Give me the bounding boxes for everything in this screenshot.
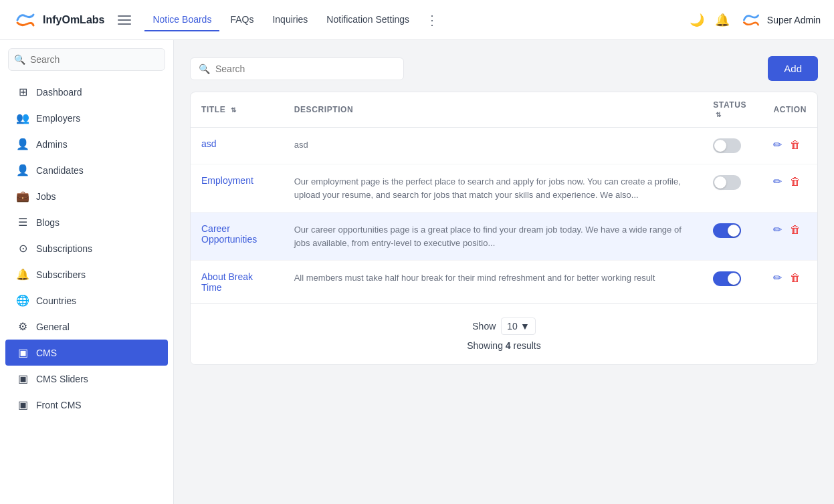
row-description: All members must take half hour break fo…	[294, 273, 655, 283]
countries-icon: 🌐	[16, 294, 29, 307]
delete-icon[interactable]: 🗑	[790, 139, 801, 151]
sidebar-item-subscribers[interactable]: 🔔 Subscribers	[5, 261, 168, 287]
sidebar-label-general: General	[36, 322, 70, 332]
col-title: TITLE ⇅	[191, 92, 284, 128]
topnav-right: 🌙 🔔 Super Admin	[690, 9, 821, 31]
sidebar-item-dashboard[interactable]: ⊞ Dashboard	[5, 79, 168, 105]
row-title-link[interactable]: About Break Time	[201, 271, 253, 293]
sidebar-item-employers[interactable]: 👥 Employers	[5, 105, 168, 131]
delete-icon[interactable]: 🗑	[790, 272, 801, 284]
sidebar-label-subscribers: Subscribers	[36, 269, 86, 280]
col-status: STATUS ⇅	[702, 92, 762, 128]
main-search-input[interactable]	[215, 64, 395, 74]
row-actions: ✏ 🗑	[773, 138, 807, 151]
row-actions: ✏ 🗑	[773, 175, 807, 188]
row-description: Our employment page is the perfect place…	[294, 176, 681, 200]
sidebar-item-blogs[interactable]: ☰ Blogs	[5, 209, 168, 235]
employers-icon: 👥	[16, 112, 29, 124]
user-avatar-icon	[740, 9, 762, 31]
cms-sliders-icon: ▣	[16, 372, 29, 385]
main-content: 🔍 Add TITLE ⇅ DESCRIPTION	[174, 40, 834, 504]
admins-icon: 👤	[16, 138, 29, 150]
sidebar-item-candidates[interactable]: 👤 Candidates	[5, 157, 168, 183]
general-icon: ⚙	[16, 320, 29, 333]
nav-notice-boards[interactable]: Notice Boards	[144, 9, 219, 31]
edit-icon[interactable]: ✏	[773, 175, 782, 188]
col-description: DESCRIPTION	[284, 92, 703, 128]
row-title-link[interactable]: asd	[201, 138, 217, 149]
per-page-select[interactable]: 10 ▼	[501, 318, 535, 335]
sidebar-item-jobs[interactable]: 💼 Jobs	[5, 183, 168, 209]
sidebar-label-cms-sliders: CMS Sliders	[36, 374, 88, 384]
brand-name: InfyOmLabs	[43, 14, 104, 26]
chevron-down-icon: ▼	[520, 321, 530, 332]
notice-boards-table: TITLE ⇅ DESCRIPTION STATUS ⇅ ACTION	[190, 92, 818, 365]
sidebar-item-subscriptions[interactable]: ⊙ Subscriptions	[5, 235, 168, 261]
sidebar-label-employers: Employers	[36, 113, 80, 124]
sidebar-search-container: 🔍	[8, 48, 165, 71]
sidebar-item-general[interactable]: ⚙ General	[5, 313, 168, 340]
sidebar-item-front-cms[interactable]: ▣ Front CMS	[5, 392, 168, 418]
subscriptions-icon: ⊙	[16, 242, 29, 255]
hamburger-menu[interactable]	[115, 13, 134, 27]
sidebar-label-cms: CMS	[36, 348, 57, 358]
table-row: asd asd ✏ 🗑	[191, 128, 817, 164]
show-label: Show	[472, 321, 496, 332]
candidates-icon: 👤	[16, 164, 29, 176]
col-action: ACTION	[762, 92, 817, 128]
row-title-link[interactable]: Career Opportunities	[201, 223, 257, 245]
row-status-toggle[interactable]	[713, 175, 741, 190]
row-status-toggle[interactable]	[713, 223, 741, 238]
row-status-toggle[interactable]	[713, 271, 741, 286]
delete-icon[interactable]: 🗑	[790, 176, 801, 188]
top-nav-menu: Notice Boards FAQs Inquiries Notificatio…	[144, 9, 444, 31]
sidebar-label-dashboard: Dashboard	[36, 87, 82, 98]
sidebar-label-countries: Countries	[36, 295, 76, 306]
table-row: Employment Our employment page is the pe…	[191, 164, 817, 213]
sidebar-item-countries[interactable]: 🌐 Countries	[5, 287, 168, 313]
nav-more-button[interactable]: ⋮	[420, 9, 444, 31]
user-info: Super Admin	[740, 9, 821, 31]
logo-icon	[13, 8, 37, 32]
row-description: asd	[294, 140, 308, 150]
sidebar-label-admins: Admins	[36, 139, 68, 150]
table-row: Career Opportunities Our career opportun…	[191, 213, 817, 261]
subscribers-icon: 🔔	[16, 268, 29, 281]
sidebar-label-front-cms: Front CMS	[36, 400, 82, 410]
dark-mode-toggle[interactable]: 🌙	[690, 13, 704, 27]
sidebar-search-input[interactable]	[8, 48, 165, 71]
notifications-bell[interactable]: 🔔	[715, 13, 730, 27]
add-button[interactable]: Add	[768, 56, 818, 81]
row-actions: ✏ 🗑	[773, 271, 807, 284]
blogs-icon: ☰	[16, 216, 29, 229]
cms-icon: ▣	[16, 346, 29, 359]
sidebar-item-cms-sliders[interactable]: ▣ CMS Sliders	[5, 366, 168, 392]
edit-icon[interactable]: ✏	[773, 138, 782, 151]
row-title-link[interactable]: Employment	[201, 175, 253, 186]
sidebar-label-jobs: Jobs	[36, 191, 56, 202]
table-row: About Break Time All members must take h…	[191, 261, 817, 304]
row-description: Our career opportunities page is a great…	[294, 225, 682, 248]
row-status-toggle[interactable]	[713, 138, 741, 153]
main-search-bar: 🔍	[190, 57, 404, 80]
nav-faqs[interactable]: FAQs	[222, 9, 262, 31]
edit-icon[interactable]: ✏	[773, 223, 782, 236]
logo: InfyOmLabs	[13, 8, 104, 32]
sidebar-label-blogs: Blogs	[36, 217, 60, 228]
results-text: Showing 4 results	[467, 340, 541, 351]
per-page-value: 10	[507, 321, 518, 332]
edit-icon[interactable]: ✏	[773, 271, 782, 284]
sidebar-label-subscriptions: Subscriptions	[36, 243, 92, 254]
dashboard-icon: ⊞	[16, 86, 29, 98]
front-cms-icon: ▣	[16, 398, 29, 411]
nav-inquiries[interactable]: Inquiries	[264, 9, 316, 31]
row-actions: ✏ 🗑	[773, 223, 807, 236]
sidebar-label-candidates: Candidates	[36, 165, 84, 176]
nav-notification-settings[interactable]: Notification Settings	[318, 9, 417, 31]
sidebar-item-admins[interactable]: 👤 Admins	[5, 131, 168, 157]
sidebar: 🔍 ⊞ Dashboard 👥 Employers 👤 Admins 👤 Can…	[0, 40, 174, 504]
sidebar-item-cms[interactable]: ▣ CMS	[5, 340, 168, 366]
show-row: Show 10 ▼	[472, 318, 535, 335]
content-header: 🔍 Add	[190, 56, 818, 81]
delete-icon[interactable]: 🗑	[790, 224, 801, 236]
